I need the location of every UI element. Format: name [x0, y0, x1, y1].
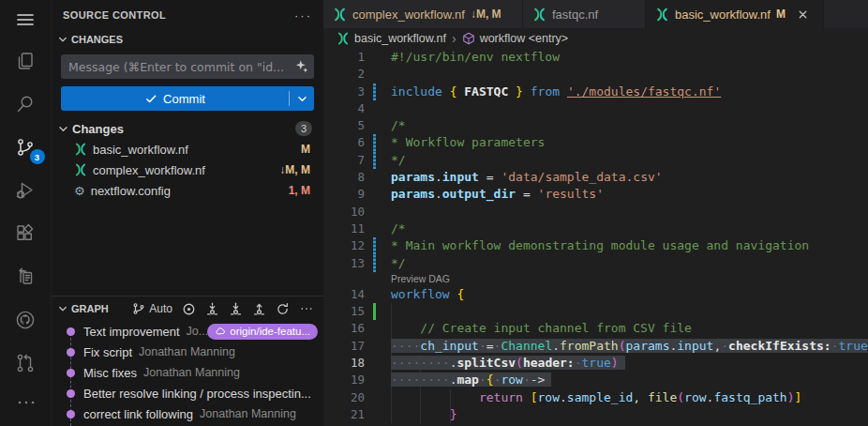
- fetch-icon[interactable]: [205, 302, 219, 316]
- git-gutter-mod-indicator: [373, 237, 376, 254]
- line-number[interactable]: 9: [323, 186, 365, 203]
- scm-file-name: complex_workflow.nf: [93, 163, 205, 177]
- scm-file-name: nextflow.config: [91, 184, 171, 198]
- sparkle-ai-icon[interactable]: [294, 59, 308, 73]
- commit-row[interactable]: Better resolve linking / process inspect…: [52, 383, 323, 403]
- scm-file-row[interactable]: basic_workflow.nfM: [52, 139, 323, 160]
- code-text: workflow {: [391, 286, 464, 303]
- graph-section-header[interactable]: GRAPH Auto: [52, 297, 323, 321]
- changes-group-header[interactable]: Changes 3: [52, 118, 323, 139]
- breadcrumb-file[interactable]: basic_workflow.nf: [337, 32, 446, 45]
- graph-section: GRAPH Auto Text improvementJo...origin/i…: [52, 296, 323, 426]
- extensions-icon[interactable]: [0, 212, 52, 255]
- git-gutter: [373, 372, 376, 388]
- commit-dropdown-button[interactable]: [290, 93, 314, 105]
- line-number[interactable]: 18: [323, 355, 365, 372]
- line-number[interactable]: 14: [323, 286, 365, 303]
- line-number[interactable]: 3: [323, 84, 365, 100]
- code-line-15[interactable]: 15: [323, 303, 868, 320]
- code-line-9[interactable]: 9params.output_dir = 'results': [323, 186, 868, 203]
- commit-row[interactable]: Text improvementJo...origin/ide-featu...: [52, 321, 323, 342]
- tab-close-icon[interactable]: [797, 8, 809, 21]
- code-line-16[interactable]: 16 // Create input channel from CSV file: [323, 320, 868, 337]
- code-line-4[interactable]: 4: [323, 100, 868, 117]
- docs-sync-icon[interactable]: [0, 255, 52, 298]
- line-number[interactable]: 19: [323, 372, 365, 388]
- vscode-window: 3 SOURCE CONTROL ··· CHANGES Commit: [0, 0, 868, 426]
- line-number[interactable]: 12: [323, 237, 365, 254]
- branch-ref-pill[interactable]: origin/ide-featu...: [207, 324, 318, 340]
- commit-row[interactable]: Misc fixesJonathan Manning: [52, 362, 323, 383]
- sidebar-more-actions-icon[interactable]: ···: [294, 8, 312, 23]
- code-line-14[interactable]: 14workflow {: [323, 286, 868, 303]
- line-number[interactable]: 16: [323, 320, 365, 337]
- search-icon[interactable]: [0, 83, 52, 126]
- line-number[interactable]: 2: [323, 66, 365, 83]
- editor-tab[interactable]: basic_workflow.nfM: [646, 0, 824, 28]
- code-line-10[interactable]: 10: [323, 204, 868, 221]
- line-number[interactable]: 15: [323, 303, 365, 320]
- scm-file-status: ↓M, M: [279, 163, 310, 176]
- code-editor[interactable]: 1#!/usr/bin/env nextflow23include { FAST…: [323, 49, 868, 426]
- scm-file-row[interactable]: complex_workflow.nf↓M, M: [52, 160, 323, 180]
- commit-row[interactable]: Fix scriptJonathan Manning: [52, 342, 323, 362]
- source-control-icon[interactable]: 3: [0, 126, 52, 169]
- explorer-icon[interactable]: [0, 39, 52, 83]
- commit-message-input[interactable]: [61, 54, 314, 79]
- breadcrumb-symbol[interactable]: workflow <entry>: [462, 32, 568, 45]
- code-line-13[interactable]: 13*/: [323, 255, 868, 272]
- editor-tab[interactable]: fastqc.nf: [523, 0, 646, 28]
- run-debug-icon[interactable]: [0, 169, 52, 212]
- line-number[interactable]: 11: [323, 221, 365, 237]
- line-number[interactable]: 13: [323, 255, 365, 272]
- github-icon[interactable]: [0, 298, 52, 342]
- more-icon[interactable]: [299, 301, 314, 316]
- editor-tab[interactable]: complex_workflow.nf↓M, M: [323, 0, 523, 28]
- push-icon[interactable]: [252, 302, 266, 316]
- code-line-8[interactable]: 8params.input = 'data/sample_data.csv': [323, 169, 868, 186]
- code-line-11[interactable]: 11/*: [323, 221, 868, 237]
- code-line-17[interactable]: 17····ch_input·=·Channel.fromPath(params…: [323, 338, 868, 355]
- line-number[interactable]: 7: [323, 152, 365, 169]
- commit-row[interactable]: correct link followingJonathan Manning: [52, 403, 323, 424]
- refresh-icon[interactable]: [276, 302, 290, 316]
- line-number[interactable]: 17: [323, 338, 365, 355]
- code-line-18[interactable]: 18········.splitCsv(header:·true): [323, 355, 868, 372]
- target-icon[interactable]: [182, 302, 196, 316]
- pull-requests-icon[interactable]: [0, 342, 52, 385]
- line-number[interactable]: 5: [323, 117, 365, 134]
- git-gutter: [373, 406, 376, 423]
- code-line-6[interactable]: 6* Workflow parameters: [323, 134, 868, 151]
- nextflow-file-icon: [655, 8, 669, 22]
- commit-button[interactable]: Commit: [61, 86, 314, 111]
- code-line-1[interactable]: 1#!/usr/bin/env nextflow: [323, 49, 868, 66]
- line-number[interactable]: 20: [323, 389, 365, 406]
- scm-count-badge: 3: [30, 149, 45, 164]
- changes-section-label: CHANGES: [71, 34, 123, 45]
- code-line-3[interactable]: 3include { FASTQC } from './modules/fast…: [323, 84, 868, 100]
- changes-section-header[interactable]: CHANGES: [52, 30, 323, 49]
- menu-icon[interactable]: [0, 0, 52, 39]
- auto-graph-toggle[interactable]: Auto: [132, 302, 172, 315]
- line-number[interactable]: 4: [323, 100, 365, 117]
- line-number[interactable]: 21: [323, 406, 365, 423]
- line-number[interactable]: 1: [323, 49, 365, 66]
- git-gutter: [373, 338, 376, 355]
- nextflow-file-icon: [532, 8, 546, 22]
- code-line-5[interactable]: 5/*: [323, 117, 868, 134]
- codelens-preview-dag[interactable]: Preview DAG: [323, 272, 868, 286]
- line-number[interactable]: 10: [323, 204, 365, 221]
- code-line-19[interactable]: 19········.map·{·row·->: [323, 372, 868, 388]
- git-gutter: [373, 66, 376, 83]
- code-line-21[interactable]: 21 }: [323, 406, 868, 423]
- code-line-12[interactable]: 12* Main workflow demonstrating module u…: [323, 237, 868, 254]
- commit-dot-icon: [67, 348, 75, 357]
- more-icon[interactable]: [0, 381, 52, 424]
- code-line-20[interactable]: 20 return [row.sample_id, file(row.fastq…: [323, 389, 868, 406]
- line-number[interactable]: 8: [323, 169, 365, 186]
- scm-file-row[interactable]: ⚙nextflow.config1, M: [52, 180, 323, 201]
- code-line-2[interactable]: 2: [323, 66, 868, 83]
- line-number[interactable]: 6: [323, 134, 365, 151]
- pull-icon[interactable]: [229, 302, 243, 316]
- code-line-7[interactable]: 7*/: [323, 152, 868, 169]
